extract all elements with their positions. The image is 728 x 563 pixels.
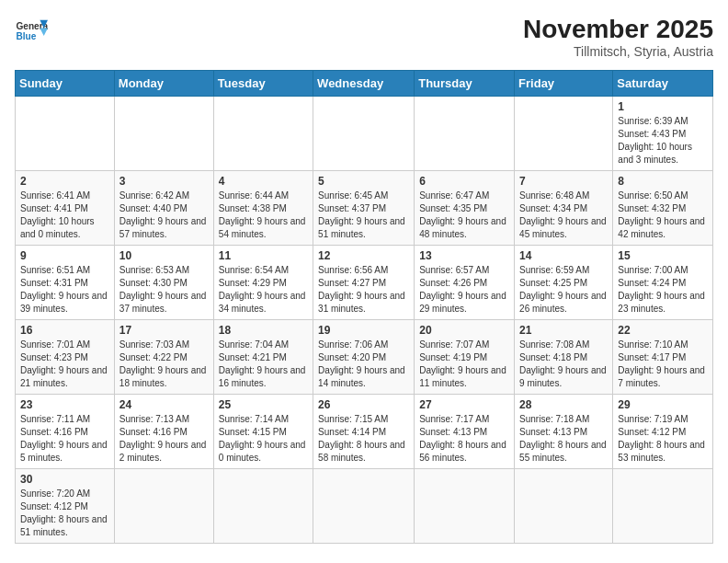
- calendar-week-row: 16Sunrise: 7:01 AM Sunset: 4:23 PM Dayli…: [16, 320, 713, 395]
- calendar-cell: 2Sunrise: 6:41 AM Sunset: 4:41 PM Daylig…: [16, 171, 115, 246]
- day-number: 22: [618, 324, 708, 337]
- calendar-cell: 28Sunrise: 7:18 AM Sunset: 4:13 PM Dayli…: [515, 395, 613, 469]
- calendar-cell: 17Sunrise: 7:03 AM Sunset: 4:22 PM Dayli…: [114, 320, 213, 395]
- day-info-text: Sunrise: 6:51 AM Sunset: 4:31 PM Dayligh…: [20, 264, 109, 316]
- calendar-cell: 14Sunrise: 6:59 AM Sunset: 4:25 PM Dayli…: [515, 246, 613, 320]
- day-number: 5: [318, 175, 409, 188]
- calendar-cell: 4Sunrise: 6:44 AM Sunset: 4:38 PM Daylig…: [213, 171, 313, 246]
- day-header-thursday: Thursday: [415, 71, 515, 97]
- calendar-cell: 22Sunrise: 7:10 AM Sunset: 4:17 PM Dayli…: [613, 320, 713, 395]
- day-number: 7: [519, 175, 608, 188]
- day-info-text: Sunrise: 7:04 AM Sunset: 4:21 PM Dayligh…: [219, 339, 308, 390]
- day-info-text: Sunrise: 7:18 AM Sunset: 4:13 PM Dayligh…: [519, 413, 608, 465]
- page-header: General Blue November 2025 Tillmitsch, S…: [15, 15, 713, 59]
- title-block: November 2025 Tillmitsch, Styria, Austri…: [523, 15, 713, 59]
- calendar-cell: 8Sunrise: 6:50 AM Sunset: 4:32 PM Daylig…: [613, 171, 713, 246]
- day-info-text: Sunrise: 6:56 AM Sunset: 4:27 PM Dayligh…: [318, 264, 409, 316]
- calendar-cell: [213, 97, 313, 171]
- calendar-cell: 3Sunrise: 6:42 AM Sunset: 4:40 PM Daylig…: [114, 171, 213, 246]
- calendar-cell: 21Sunrise: 7:08 AM Sunset: 4:18 PM Dayli…: [515, 320, 613, 395]
- day-number: 6: [419, 175, 509, 188]
- day-header-monday: Monday: [114, 71, 213, 97]
- day-info-text: Sunrise: 6:53 AM Sunset: 4:30 PM Dayligh…: [119, 264, 209, 316]
- calendar-cell: [16, 97, 115, 171]
- day-info-text: Sunrise: 6:45 AM Sunset: 4:37 PM Dayligh…: [318, 190, 409, 241]
- calendar-week-row: 23Sunrise: 7:11 AM Sunset: 4:16 PM Dayli…: [16, 395, 713, 469]
- calendar-cell: 15Sunrise: 7:00 AM Sunset: 4:24 PM Dayli…: [613, 246, 713, 320]
- day-number: 11: [219, 249, 308, 262]
- day-number: 17: [119, 324, 209, 337]
- calendar-cell: 24Sunrise: 7:13 AM Sunset: 4:16 PM Dayli…: [114, 395, 213, 469]
- day-number: 27: [419, 398, 509, 411]
- calendar-header-row: SundayMondayTuesdayWednesdayThursdayFrid…: [16, 71, 713, 97]
- day-header-friday: Friday: [515, 71, 613, 97]
- calendar-cell: 27Sunrise: 7:17 AM Sunset: 4:13 PM Dayli…: [415, 395, 515, 469]
- day-info-text: Sunrise: 7:20 AM Sunset: 4:12 PM Dayligh…: [20, 488, 109, 539]
- calendar-cell: 29Sunrise: 7:19 AM Sunset: 4:12 PM Dayli…: [613, 395, 713, 469]
- day-info-text: Sunrise: 6:39 AM Sunset: 4:43 PM Dayligh…: [618, 115, 708, 167]
- day-number: 24: [119, 398, 209, 411]
- day-number: 16: [20, 324, 109, 337]
- calendar-cell: 25Sunrise: 7:14 AM Sunset: 4:15 PM Dayli…: [213, 395, 313, 469]
- day-info-text: Sunrise: 7:19 AM Sunset: 4:12 PM Dayligh…: [618, 413, 708, 465]
- day-info-text: Sunrise: 7:14 AM Sunset: 4:15 PM Dayligh…: [219, 413, 308, 465]
- day-number: 12: [318, 249, 409, 262]
- day-number: 21: [519, 324, 608, 337]
- calendar-week-row: 30Sunrise: 7:20 AM Sunset: 4:12 PM Dayli…: [16, 469, 713, 544]
- day-info-text: Sunrise: 7:08 AM Sunset: 4:18 PM Dayligh…: [519, 339, 608, 390]
- calendar-cell: [415, 97, 515, 171]
- day-header-sunday: Sunday: [16, 71, 115, 97]
- calendar-cell: 26Sunrise: 7:15 AM Sunset: 4:14 PM Dayli…: [313, 395, 415, 469]
- svg-marker-3: [40, 28, 48, 36]
- svg-text:Blue: Blue: [16, 31, 36, 41]
- day-info-text: Sunrise: 7:11 AM Sunset: 4:16 PM Dayligh…: [20, 413, 109, 465]
- day-info-text: Sunrise: 6:41 AM Sunset: 4:41 PM Dayligh…: [20, 190, 109, 241]
- logo: General Blue: [15, 15, 48, 48]
- day-number: 2: [20, 175, 109, 188]
- day-number: 10: [119, 249, 209, 262]
- calendar-cell: [313, 97, 415, 171]
- day-number: 3: [119, 175, 209, 188]
- day-number: 14: [519, 249, 608, 262]
- calendar-cell: 12Sunrise: 6:56 AM Sunset: 4:27 PM Dayli…: [313, 246, 415, 320]
- calendar-cell: 20Sunrise: 7:07 AM Sunset: 4:19 PM Dayli…: [415, 320, 515, 395]
- day-number: 20: [419, 324, 509, 337]
- day-info-text: Sunrise: 6:42 AM Sunset: 4:40 PM Dayligh…: [119, 190, 209, 241]
- calendar-cell: [515, 469, 613, 544]
- calendar-cell: [415, 469, 515, 544]
- calendar-table: SundayMondayTuesdayWednesdayThursdayFrid…: [15, 70, 713, 544]
- day-number: 28: [519, 398, 608, 411]
- calendar-week-row: 2Sunrise: 6:41 AM Sunset: 4:41 PM Daylig…: [16, 171, 713, 246]
- calendar-cell: 9Sunrise: 6:51 AM Sunset: 4:31 PM Daylig…: [16, 246, 115, 320]
- day-number: 15: [618, 249, 708, 262]
- day-info-text: Sunrise: 7:15 AM Sunset: 4:14 PM Dayligh…: [318, 413, 409, 465]
- day-number: 8: [618, 175, 708, 188]
- location-subtitle: Tillmitsch, Styria, Austria: [523, 44, 713, 59]
- day-info-text: Sunrise: 7:06 AM Sunset: 4:20 PM Dayligh…: [318, 339, 409, 390]
- calendar-cell: [114, 97, 213, 171]
- day-header-saturday: Saturday: [613, 71, 713, 97]
- day-number: 9: [20, 249, 109, 262]
- calendar-cell: 18Sunrise: 7:04 AM Sunset: 4:21 PM Dayli…: [213, 320, 313, 395]
- day-info-text: Sunrise: 7:00 AM Sunset: 4:24 PM Dayligh…: [618, 264, 708, 316]
- calendar-cell: [613, 469, 713, 544]
- day-header-wednesday: Wednesday: [313, 71, 415, 97]
- calendar-week-row: 1Sunrise: 6:39 AM Sunset: 4:43 PM Daylig…: [16, 97, 713, 171]
- day-number: 1: [618, 100, 708, 113]
- day-info-text: Sunrise: 7:03 AM Sunset: 4:22 PM Dayligh…: [119, 339, 209, 390]
- month-year-title: November 2025: [523, 15, 713, 44]
- calendar-cell: [313, 469, 415, 544]
- day-info-text: Sunrise: 6:59 AM Sunset: 4:25 PM Dayligh…: [519, 264, 608, 316]
- calendar-week-row: 9Sunrise: 6:51 AM Sunset: 4:31 PM Daylig…: [16, 246, 713, 320]
- calendar-cell: [213, 469, 313, 544]
- day-info-text: Sunrise: 7:07 AM Sunset: 4:19 PM Dayligh…: [419, 339, 509, 390]
- calendar-cell: 30Sunrise: 7:20 AM Sunset: 4:12 PM Dayli…: [16, 469, 115, 544]
- calendar-cell: [515, 97, 613, 171]
- day-number: 29: [618, 398, 708, 411]
- day-header-tuesday: Tuesday: [213, 71, 313, 97]
- day-info-text: Sunrise: 6:44 AM Sunset: 4:38 PM Dayligh…: [219, 190, 308, 241]
- day-info-text: Sunrise: 6:57 AM Sunset: 4:26 PM Dayligh…: [419, 264, 509, 316]
- calendar-cell: 7Sunrise: 6:48 AM Sunset: 4:34 PM Daylig…: [515, 171, 613, 246]
- day-number: 13: [419, 249, 509, 262]
- day-info-text: Sunrise: 7:10 AM Sunset: 4:17 PM Dayligh…: [618, 339, 708, 390]
